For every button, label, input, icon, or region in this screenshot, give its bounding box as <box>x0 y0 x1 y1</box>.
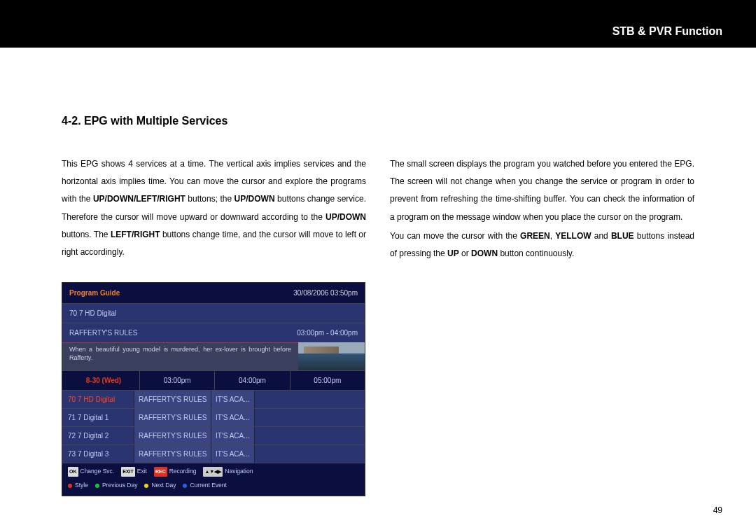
foot-recording: RECRecording <box>154 465 197 478</box>
epg-datetime: 30/08/2006 03:50pm <box>293 286 358 300</box>
header-title: STB & PVR Function <box>612 25 722 38</box>
epg-row-cell: IT'S ACA... <box>211 445 254 463</box>
epg-time-1: 04:00pm <box>214 371 289 390</box>
two-columns: This EPG shows 4 services at a time. The… <box>62 147 694 496</box>
right-paragraph-2: You can move the cursor with the GREEN, … <box>390 227 694 262</box>
foot-change-svc: OKChange Svc. <box>68 465 114 478</box>
left-column: This EPG shows 4 services at a time. The… <box>62 147 366 496</box>
epg-row-cell: RAFFERTY'S RULES <box>134 427 211 444</box>
foot-exit: EXITExit <box>121 465 147 478</box>
epg-grid-header: 8-30 (Wed) 03:00pm 04:00pm 05:00pm <box>62 370 365 390</box>
header-bar: STB & PVR Function <box>0 0 756 48</box>
epg-footer: OKChange Svc. EXITExit RECRecording ▲▼◀▶… <box>62 463 365 496</box>
epg-current-program-row: RAFFERTY'S RULES 03:00pm - 04:00pm <box>62 323 365 342</box>
foot-current-event: Current Event <box>183 479 226 492</box>
epg-preview-row: When a beautiful young model is murdered… <box>62 342 365 370</box>
epg-screenshot: Program Guide 30/08/2006 03:50pm 70 7 HD… <box>62 282 365 496</box>
epg-row-cell: IT'S ACA... <box>211 391 254 408</box>
epg-time-2: 05:00pm <box>290 371 365 390</box>
epg-top-bar: Program Guide 30/08/2006 03:50pm <box>62 283 365 303</box>
epg-row-cell <box>254 427 365 444</box>
epg-grid-date: 8-30 (Wed) <box>62 371 139 390</box>
foot-prev-day: Previous Day <box>95 479 138 492</box>
epg-row-cell: RAFFERTY'S RULES <box>134 445 211 463</box>
page-number: 49 <box>713 505 722 515</box>
foot-style: Style <box>68 479 88 492</box>
epg-row-service: 72 7 Digital 2 <box>62 427 134 444</box>
epg-grid-row: 70 7 HD Digital RAFFERTY'S RULES IT'S AC… <box>62 390 365 408</box>
epg-row-cell: RAFFERTY'S RULES <box>134 409 211 426</box>
epg-row-service: 71 7 Digital 1 <box>62 409 134 426</box>
epg-current-program-time: 03:00pm - 04:00pm <box>297 326 358 340</box>
epg-current-service: 70 7 HD Digital <box>62 303 365 323</box>
foot-next-day: Next Day <box>144 479 176 492</box>
epg-row-service: 70 7 HD Digital <box>62 391 134 408</box>
epg-row-cell: RAFFERTY'S RULES <box>134 391 211 408</box>
epg-grid-row: 71 7 Digital 1 RAFFERTY'S RULES IT'S ACA… <box>62 408 365 426</box>
epg-time-0: 03:00pm <box>139 371 214 390</box>
epg-grid-row: 73 7 Digital 3 RAFFERTY'S RULES IT'S ACA… <box>62 444 365 463</box>
epg-description: When a beautiful young model is murdered… <box>62 342 298 370</box>
epg-row-cell <box>254 445 365 463</box>
section-title: 4-2. EPG with Multiple Services <box>62 115 694 127</box>
epg-title: Program Guide <box>69 286 120 300</box>
epg-row-cell: IT'S ACA... <box>211 427 254 444</box>
foot-navigation: ▲▼◀▶Navigation <box>203 465 253 478</box>
right-paragraph-1: The small screen displays the program yo… <box>390 155 694 226</box>
epg-row-cell: IT'S ACA... <box>211 409 254 426</box>
epg-row-cell <box>254 409 365 426</box>
right-column: The small screen displays the program yo… <box>390 147 694 496</box>
left-paragraph: This EPG shows 4 services at a time. The… <box>62 155 366 261</box>
epg-row-service: 73 7 Digital 3 <box>62 445 134 463</box>
epg-row-cell <box>254 391 365 408</box>
epg-current-program: RAFFERTY'S RULES <box>69 326 297 340</box>
page-content: 4-2. EPG with Multiple Services This EPG… <box>0 115 756 496</box>
epg-grid-row: 72 7 Digital 2 RAFFERTY'S RULES IT'S ACA… <box>62 426 365 444</box>
epg-preview-thumb <box>298 342 365 370</box>
